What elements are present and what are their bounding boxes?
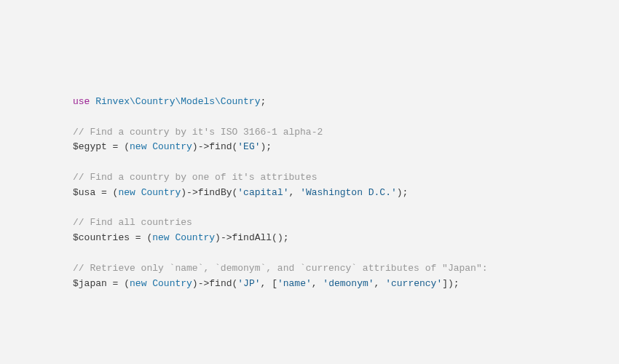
keyword-new: new	[130, 141, 146, 152]
arrow-op: ->	[198, 278, 210, 289]
operator: = (	[130, 232, 152, 243]
variable: $egypt	[73, 141, 107, 152]
punct: ]);	[442, 278, 459, 289]
code-snippet: use Rinvex\Country\Models\Country; // Fi…	[73, 95, 619, 291]
arrow-op: ->	[198, 141, 210, 152]
class-name: Country	[152, 278, 192, 289]
keyword-use: use	[73, 96, 90, 107]
paren: )	[215, 232, 221, 243]
punct: );	[397, 187, 409, 198]
class-name: Country	[141, 187, 181, 198]
method-call: find	[209, 141, 232, 152]
keyword-new: new	[130, 278, 146, 289]
comma: ,	[312, 278, 323, 289]
arrow-op: ->	[221, 232, 232, 243]
string-literal: 'currency'	[385, 278, 442, 289]
keyword-new: new	[152, 232, 169, 243]
comment-line: // Find a country by it's ISO 3166-1 alp…	[73, 127, 323, 138]
paren: (	[272, 232, 277, 243]
punct: );	[277, 232, 289, 243]
paren: )	[192, 278, 198, 289]
string-literal: 'EG'	[237, 141, 260, 152]
string-literal: 'demonym'	[323, 278, 374, 289]
operator: = (	[107, 141, 130, 152]
operator: = (	[107, 278, 130, 289]
punct: );	[261, 141, 272, 152]
string-literal: 'name'	[277, 278, 312, 289]
method-call: findBy	[198, 187, 232, 198]
comment-line: // Find a country by one of it's attribu…	[73, 172, 317, 183]
comma: , [	[261, 278, 277, 289]
variable: $usa	[73, 187, 95, 198]
method-call: find	[209, 278, 232, 289]
operator: = (	[95, 187, 118, 198]
keyword-new: new	[118, 187, 135, 198]
comment-line: // Find all countries	[73, 217, 192, 228]
string-literal: 'Washington D.C.'	[300, 187, 397, 198]
class-name: Country	[175, 232, 215, 243]
paren: )	[192, 141, 198, 152]
method-call: findAll	[232, 232, 272, 243]
variable: $japan	[73, 278, 107, 289]
class-name: Country	[152, 141, 192, 152]
comma: ,	[289, 187, 301, 198]
variable: $countries	[73, 232, 130, 243]
arrow-op: ->	[186, 187, 198, 198]
semicolon: ;	[260, 96, 266, 107]
namespace-path: Rinvex\Country\Models\Country	[95, 96, 260, 107]
comment-line: // Retrieve only `name`, `demonym`, and …	[73, 263, 488, 274]
string-literal: 'capital'	[237, 187, 288, 198]
paren: )	[181, 187, 186, 198]
string-literal: 'JP'	[237, 278, 260, 289]
comma: ,	[374, 278, 386, 289]
